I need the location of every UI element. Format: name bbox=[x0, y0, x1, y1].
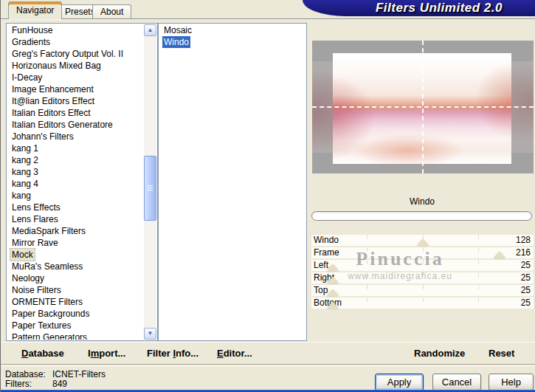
list-item-label: Paper Textures bbox=[10, 320, 73, 331]
list-item[interactable]: MediaSpark Filters bbox=[7, 225, 144, 237]
list-item[interactable]: Noise Filters bbox=[7, 284, 144, 296]
category-list: FunHouseGradientsGreg's Factory Output V… bbox=[7, 24, 144, 340]
list-item[interactable]: Image Enhancement bbox=[7, 83, 144, 95]
list-item[interactable]: It@lian Editors Effect bbox=[7, 95, 144, 107]
slider-thumb[interactable] bbox=[494, 252, 505, 258]
slider-thumb[interactable] bbox=[327, 277, 339, 283]
slider-value: 25 bbox=[521, 272, 531, 283]
list-item[interactable]: Neology bbox=[7, 272, 144, 284]
list-item-label: Neology bbox=[10, 272, 46, 284]
tab-panel-edge bbox=[1, 18, 535, 20]
list-item-label: Lens Flares bbox=[10, 213, 60, 225]
slider-tick bbox=[423, 298, 424, 302]
list-item[interactable]: MuRa's Seamless bbox=[7, 261, 144, 272]
list-item-label: Horizonaus Mixed Bag bbox=[10, 60, 103, 72]
app-title: Filters Unlimited 2.0 bbox=[376, 1, 503, 16]
editor-button[interactable]: Editor... bbox=[217, 348, 252, 359]
list-item[interactable]: Italian Editors Effect bbox=[7, 107, 144, 119]
cancel-button[interactable]: Cancel bbox=[432, 374, 481, 391]
slider-label: Left bbox=[314, 260, 328, 271]
command-label-part: Filter bbox=[147, 348, 173, 359]
slider-frame[interactable]: Frame216 bbox=[311, 247, 534, 258]
list-item-label: Image Enhancement bbox=[10, 83, 95, 95]
scrollbar-thumb[interactable] bbox=[144, 156, 156, 221]
database-button[interactable]: Database bbox=[21, 348, 64, 359]
command-label-part: E bbox=[217, 348, 224, 359]
list-item[interactable]: Gradients bbox=[7, 36, 144, 48]
slider-value: 128 bbox=[516, 235, 531, 246]
parameter-sliders: Windo128Frame216Left25Right25Top25Bottom… bbox=[311, 235, 534, 310]
slider-thumb[interactable] bbox=[327, 289, 339, 296]
scroll-down-icon[interactable]: ▼ bbox=[144, 328, 156, 340]
slider-thumb[interactable] bbox=[417, 239, 429, 246]
slider-bottom[interactable]: Bottom25 bbox=[311, 298, 534, 309]
list-item[interactable]: kang bbox=[7, 190, 144, 202]
reset-button[interactable]: Reset bbox=[489, 348, 514, 359]
slider-thumb[interactable] bbox=[327, 302, 339, 309]
list-item[interactable]: ORMENTE Filters bbox=[7, 296, 144, 308]
slider-thumb[interactable] bbox=[327, 264, 339, 271]
list-item[interactable]: kang 3 bbox=[7, 166, 144, 178]
status-bar: Database: ICNET-Filters Filters: 849 App… bbox=[1, 366, 535, 390]
slider-tick bbox=[478, 247, 479, 252]
filter-list: MosaicWindo bbox=[159, 24, 306, 340]
list-item[interactable]: Paper Backgrounds bbox=[7, 308, 144, 320]
slider-tick bbox=[423, 247, 424, 252]
list-item[interactable]: I-Decay bbox=[7, 72, 144, 83]
list-item[interactable]: Horizonaus Mixed Bag bbox=[7, 60, 144, 72]
apply-button[interactable]: Apply bbox=[375, 374, 424, 391]
help-button[interactable]: Help bbox=[489, 374, 534, 391]
list-item[interactable]: kang 4 bbox=[7, 178, 144, 190]
slider-tick bbox=[478, 285, 479, 289]
list-item[interactable]: Mock bbox=[7, 249, 144, 261]
list-item[interactable]: Italian Editors Generatore bbox=[7, 119, 144, 131]
slider-tick bbox=[478, 298, 479, 302]
filter-info-button[interactable]: Filter Info... bbox=[147, 348, 199, 359]
filter-listbox: MosaicWindo bbox=[158, 23, 307, 341]
list-item[interactable]: Lens Flares bbox=[7, 213, 144, 225]
list-item-label: kang bbox=[10, 190, 32, 202]
database-status-label: Database: bbox=[5, 369, 46, 379]
list-item[interactable]: Johann's Filters bbox=[7, 131, 144, 142]
scroll-up-icon[interactable]: ▲ bbox=[144, 24, 156, 36]
import-button[interactable]: Import... bbox=[88, 348, 125, 359]
command-bar: Database Import... Filter Info... Editor… bbox=[1, 342, 535, 364]
crosshair-horizontal-icon bbox=[312, 106, 534, 108]
list-item[interactable]: kang 1 bbox=[7, 142, 144, 154]
slider-top[interactable]: Top25 bbox=[311, 285, 534, 296]
randomize-button[interactable]: Randomize bbox=[414, 348, 465, 359]
slider-tick bbox=[367, 285, 367, 289]
list-item-label: kang 4 bbox=[10, 178, 40, 190]
list-item[interactable]: Mirror Rave bbox=[7, 237, 144, 249]
list-item[interactable]: Pattern Generators bbox=[7, 331, 144, 340]
list-item-label: Italian Editors Generatore bbox=[10, 119, 114, 131]
list-item[interactable]: FunHouse bbox=[7, 24, 144, 36]
filters-count-value: 849 bbox=[52, 379, 67, 389]
tab-navigator[interactable]: Navigator bbox=[8, 1, 62, 19]
list-item-label: Pattern Generators bbox=[10, 331, 89, 340]
list-item-label: kang 2 bbox=[10, 154, 40, 166]
slider-tick bbox=[367, 260, 367, 264]
slider-tick bbox=[367, 247, 367, 252]
slider-windo[interactable]: Windo128 bbox=[311, 235, 534, 246]
command-label-part: ditor... bbox=[224, 348, 252, 359]
list-item[interactable]: Lens Effects bbox=[7, 202, 144, 213]
list-item[interactable]: kang 2 bbox=[7, 154, 144, 166]
slider-left[interactable]: Left25 bbox=[311, 260, 534, 271]
slider-value: 216 bbox=[516, 247, 531, 258]
slider-right[interactable]: Right25 bbox=[311, 272, 534, 283]
list-item-label: Johann's Filters bbox=[10, 131, 75, 142]
list-item[interactable]: Greg's Factory Output Vol. II bbox=[7, 48, 144, 60]
list-item-label: kang 1 bbox=[10, 142, 40, 154]
list-item[interactable]: Mosaic bbox=[159, 24, 306, 36]
list-item-label: Mirror Rave bbox=[10, 237, 60, 249]
preview-canvas[interactable] bbox=[312, 41, 534, 173]
list-item[interactable]: Paper Textures bbox=[7, 320, 144, 331]
list-item-label: Mosaic bbox=[162, 24, 193, 36]
tab-about[interactable]: About bbox=[92, 4, 131, 19]
list-item[interactable]: Windo bbox=[159, 36, 306, 48]
command-label-part: D bbox=[21, 348, 28, 359]
slider-tick bbox=[478, 272, 479, 277]
command-label-part: m bbox=[91, 348, 100, 359]
category-scrollbar[interactable]: ▲ ▼ bbox=[144, 24, 156, 340]
